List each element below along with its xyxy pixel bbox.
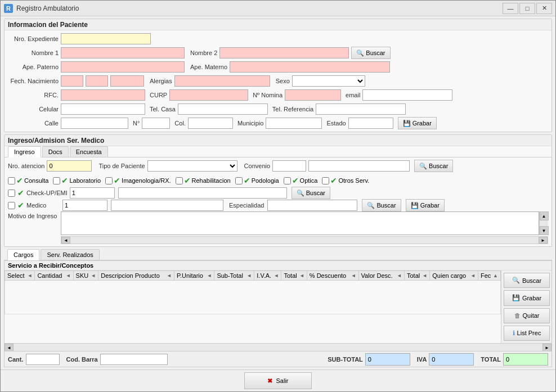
motivo-scrollbar[interactable]: ▲ ▼ <box>539 211 548 235</box>
col-cantidad[interactable]: Cantidad◄ <box>35 271 73 281</box>
table-scroll-right[interactable]: ► <box>542 344 551 352</box>
nombre2-input[interactable] <box>219 47 349 58</box>
fech-m-input[interactable] <box>86 75 108 87</box>
checkup-code-input[interactable] <box>70 187 115 199</box>
search-icon4: 🔍 <box>367 202 375 209</box>
tab-serv-realizados[interactable]: Serv. Realizados <box>41 249 99 260</box>
tab-docs[interactable]: Docs <box>42 146 69 157</box>
checkup-name-input[interactable] <box>118 187 287 199</box>
tab-cargos[interactable]: Cargos <box>7 249 39 260</box>
h-scroll-track[interactable]: ◄ ► <box>61 236 548 244</box>
motivo-textarea[interactable] <box>61 211 539 235</box>
list-prec-button[interactable]: ℹ List Prec <box>504 326 550 341</box>
checkbox-optica[interactable] <box>284 177 291 184</box>
nombre1-input[interactable] <box>61 47 185 58</box>
ape-paterno-input[interactable] <box>61 61 185 73</box>
maximize-button[interactable]: □ <box>519 3 535 14</box>
no-input[interactable] <box>142 118 170 129</box>
tel-ref-input[interactable] <box>316 103 406 115</box>
iva-input[interactable] <box>429 353 474 366</box>
rfc-input[interactable] <box>61 89 145 101</box>
salir-button[interactable]: ✖ Salir <box>244 372 312 389</box>
checkbox-medico[interactable] <box>8 202 15 209</box>
col-select[interactable]: Select◄ <box>5 271 35 281</box>
buscar-medico-button[interactable]: 🔍 Buscar <box>362 199 401 211</box>
col-subtotal[interactable]: Sub-Total◄ <box>214 271 254 281</box>
checkbox-lab[interactable] <box>53 177 60 184</box>
col-total[interactable]: Total◄ <box>281 271 307 281</box>
save-icon2: 💾 <box>411 202 419 209</box>
buscar-cargo-button[interactable]: 🔍 Buscar <box>504 273 550 288</box>
close-button[interactable]: ✕ <box>536 3 552 14</box>
municipio-input[interactable] <box>266 118 322 129</box>
tipo-paciente-select[interactable]: Regular Urgencia <box>147 160 237 172</box>
grabar-cargo-button[interactable]: 💾 Grabar <box>504 290 550 305</box>
check-podo-icon: ✔ <box>244 176 250 185</box>
nro-atencion-input[interactable] <box>47 160 92 172</box>
curp-input[interactable] <box>169 89 248 101</box>
cod-barra-input[interactable] <box>100 354 168 365</box>
cant-input[interactable] <box>26 354 60 365</box>
col-descripcion[interactable]: Descripcion Producto◄ <box>98 271 174 281</box>
tab-ingreso[interactable]: Ingreso <box>8 146 41 157</box>
calle-input[interactable] <box>61 118 128 129</box>
quitar-button[interactable]: 🗑 Quitar <box>504 308 550 323</box>
col-input[interactable] <box>188 118 233 129</box>
sub-total-label: SUB-TOTAL <box>328 356 363 363</box>
checkbox-consulta[interactable] <box>8 177 15 184</box>
check-lab-icon: ✔ <box>61 176 68 185</box>
h-scroll-right[interactable]: ► <box>539 237 548 244</box>
scroll-down-btn[interactable]: ▼ <box>540 226 549 235</box>
col-quien-cargo[interactable]: Quien cargo◄ <box>430 271 478 281</box>
checkbox-otros[interactable] <box>322 177 329 184</box>
col-valor-desc[interactable]: Valor Desc.◄ <box>358 271 404 281</box>
table-wrapper[interactable]: Select◄ Cantidad◄ SKU◄ Descripcion Produ… <box>5 271 501 343</box>
medico-name-input[interactable] <box>111 200 223 211</box>
checkbox-podologia[interactable] <box>235 177 243 184</box>
tab-encuesta[interactable]: Encuesta <box>70 146 108 157</box>
col-fec[interactable]: Fec▲ <box>478 271 500 281</box>
medico-code-input[interactable] <box>62 200 107 211</box>
check-imagen-icon: ✔ <box>114 176 120 185</box>
main-content: Informacion del Paciente Nro. Expediente… <box>1 16 555 370</box>
col-iva[interactable]: I.V.A.◄ <box>254 271 281 281</box>
apellido-row: Ape. Paterno Ape. Materno <box>8 61 548 73</box>
table-scroll-left[interactable]: ◄ <box>5 344 14 352</box>
checkbox-imagen[interactable] <box>105 177 113 184</box>
buscar-paciente-button[interactable]: 🔍 Buscar <box>351 47 390 59</box>
col-sku[interactable]: SKU◄ <box>73 271 98 281</box>
sexo-label: Sexo <box>276 78 290 84</box>
col-total2[interactable]: Total◄ <box>404 271 429 281</box>
imagen-label: Imagenologia/RX. <box>122 177 171 184</box>
ape-materno-input[interactable] <box>230 61 390 73</box>
sub-total-input[interactable] <box>365 353 410 366</box>
scroll-up-btn[interactable]: ▲ <box>540 211 549 220</box>
fech-row: Fech. Nacimiento Alergias Sexo Masculino… <box>8 75 548 87</box>
email-input[interactable] <box>362 89 452 101</box>
convenio-code-input[interactable] <box>272 160 306 172</box>
col-descuento[interactable]: % Descuento◄ <box>307 271 358 281</box>
total-input[interactable] <box>503 353 548 366</box>
h-scroll-left[interactable]: ◄ <box>61 237 70 244</box>
grabar-ingreso-button[interactable]: 💾 Grabar <box>406 199 445 211</box>
table-hscroll-track[interactable] <box>14 344 542 351</box>
nomina-input[interactable] <box>285 89 341 101</box>
alergias-input[interactable] <box>174 75 270 87</box>
tel-casa-input[interactable] <box>178 103 268 115</box>
minimize-button[interactable]: — <box>503 3 518 14</box>
grabar-paciente-button[interactable]: 💾 Grabar <box>398 117 437 129</box>
fech-d-input[interactable] <box>61 75 83 87</box>
especialidad-input[interactable] <box>267 200 357 211</box>
estado-input[interactable] <box>348 118 393 129</box>
buscar-convenio-button[interactable]: 🔍 Buscar <box>414 160 453 172</box>
main-window: R Registro Ambulatorio — □ ✕ Informacion… <box>0 0 556 392</box>
expediente-input[interactable] <box>61 33 151 44</box>
checkbox-checkup[interactable] <box>8 190 15 197</box>
fech-y-input[interactable] <box>110 75 144 87</box>
buscar-checkup-button[interactable]: 🔍 Buscar <box>292 187 330 199</box>
checkbox-rehab[interactable] <box>176 177 183 184</box>
celular-input[interactable] <box>61 103 145 115</box>
convenio-name-input[interactable] <box>308 160 410 172</box>
col-punitario[interactable]: P.Unitario◄ <box>174 271 214 281</box>
sexo-select[interactable]: Masculino Femenino <box>292 75 365 87</box>
